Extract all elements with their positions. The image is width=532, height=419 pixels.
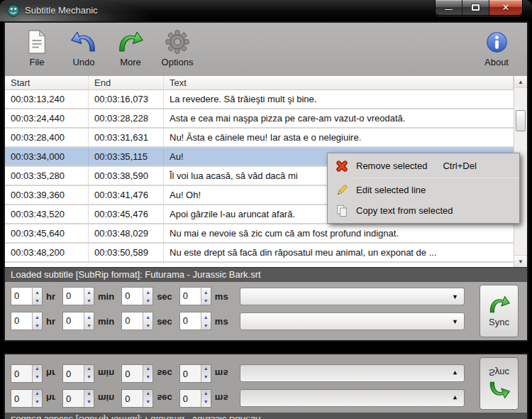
spin-up-icon-reflection: ▲ <box>201 374 211 382</box>
min-value-row2: 0 <box>63 312 84 330</box>
spinner-arrows-reflection: ▲▼ <box>143 390 153 407</box>
app-icon <box>7 4 20 17</box>
chevron-down-icon: ▼ <box>452 318 458 325</box>
status-bar-reflection: Loaded subtitle [SubRip format]: Futuram… <box>5 413 527 419</box>
spin-down-icon[interactable]: ▼ <box>143 321 153 330</box>
spin-up-icon-reflection: ▲ <box>84 398 94 407</box>
spin-up-icon[interactable]: ▲ <box>143 312 153 321</box>
hr-label-reflection: hr <box>46 393 55 404</box>
spin-up-icon-reflection: ▲ <box>33 374 42 382</box>
sec-spinner-row1[interactable]: 0 ▲▼ <box>121 287 153 305</box>
table-row[interactable]: 00:03:48,200 00:03:50,589 Nu este drept … <box>5 244 514 263</box>
cell-end: 00:03:35,115 <box>89 148 164 165</box>
undo-button[interactable]: Undo <box>62 28 106 72</box>
spin-up-icon[interactable]: ▲ <box>201 312 211 321</box>
cell-end: 00:03:16,073 <box>89 90 164 108</box>
min-spinner-row2-reflection: 0 ▲▼ <box>62 364 94 383</box>
cell-end: 00:03:31,631 <box>89 129 164 146</box>
ms-value-row1-reflection: 0 <box>180 390 201 407</box>
min-spinner-row1[interactable]: 0 ▲▼ <box>62 287 94 305</box>
more-button[interactable]: More <box>109 28 153 72</box>
hr-spinner-row2-reflection: 0 ▲▼ <box>11 364 43 383</box>
table-row[interactable]: 00:03:45,640 00:03:48,029 Nu mai e nevoi… <box>5 224 514 244</box>
spin-up-icon[interactable]: ▲ <box>143 288 153 296</box>
spin-down-icon-reflection: ▼ <box>201 390 211 398</box>
chevron-down-icon: ▼ <box>452 293 458 300</box>
cell-start: 00:03:13,240 <box>5 90 89 108</box>
sync-row-1-reflection: 0 ▲▼ hr 0 ▲▼ min 0 <box>11 389 527 408</box>
sync-panel: 0 ▲▼ hr 0 ▲▼ min 0 <box>5 282 527 340</box>
hr-spinner-row1[interactable]: 0 ▲▼ <box>11 287 43 305</box>
file-button[interactable]: File <box>15 28 59 72</box>
title-bar[interactable]: Subtitle Mechanic ✕ <box>0 0 532 21</box>
spin-down-icon[interactable]: ▼ <box>201 296 211 305</box>
spin-down-icon[interactable]: ▼ <box>33 296 42 305</box>
sync-button[interactable]: Sync <box>480 285 519 337</box>
sec-value-row2-reflection: 0 <box>122 365 143 382</box>
column-header-text[interactable]: Text <box>164 76 514 90</box>
preset-dropdown-row1[interactable]: ▼ <box>240 288 465 305</box>
spinner-arrows-reflection: ▲▼ <box>84 365 94 382</box>
spin-up-icon[interactable]: ▲ <box>201 288 211 296</box>
spin-up-icon[interactable]: ▲ <box>84 288 94 296</box>
menu-item-copy-text[interactable]: Copy text from selected <box>328 200 519 221</box>
ms-spinner-row2-reflection: 0 ▲▼ <box>179 364 211 383</box>
cell-end: 00:03:45,476 <box>89 205 164 223</box>
sec-value-row2: 0 <box>122 312 143 330</box>
spin-down-icon[interactable]: ▼ <box>201 321 211 330</box>
table-row[interactable]: 00:03:13,240 00:03:16,073 La revedere. S… <box>5 90 514 109</box>
spin-down-icon-reflection: ▼ <box>143 390 153 398</box>
window-reflection: Loaded subtitle [SubRip format]: Futuram… <box>0 348 532 419</box>
spin-down-icon[interactable]: ▼ <box>33 321 42 330</box>
ms-label-reflection: ms <box>215 369 228 379</box>
column-header-start[interactable]: Start <box>5 76 89 90</box>
spin-up-icon[interactable]: ▲ <box>33 288 42 296</box>
chevron-down-icon-reflection: ▼ <box>452 370 458 377</box>
scroll-down-icon[interactable]: ▼ <box>514 255 527 267</box>
spin-down-icon-reflection: ▼ <box>84 365 94 374</box>
table-row[interactable]: 00:03:24,440 00:03:28,228 Asta e cea mai… <box>5 109 514 129</box>
column-header-end[interactable]: End <box>89 76 164 90</box>
min-value-row1: 0 <box>63 288 84 305</box>
cell-end: 00:03:48,029 <box>89 224 164 242</box>
spin-down-icon-reflection: ▼ <box>84 390 94 398</box>
about-info-icon <box>485 28 509 56</box>
table-row[interactable]: 00:03:28,400 00:03:31,631 Nu! Ăsta e câi… <box>5 129 514 148</box>
scrollbar-thumb[interactable] <box>516 110 526 131</box>
maximize-button[interactable] <box>462 0 489 15</box>
spin-up-icon[interactable]: ▲ <box>84 312 94 321</box>
sec-label: sec <box>157 291 172 302</box>
spinner-arrows-reflection: ▲▼ <box>32 365 42 382</box>
ms-spinner-row1-reflection: 0 ▲▼ <box>179 389 211 408</box>
spin-up-icon-reflection: ▲ <box>201 398 211 407</box>
preset-dropdown-row2[interactable]: ▼ <box>240 312 465 330</box>
about-button[interactable]: About <box>475 28 519 72</box>
spin-down-icon[interactable]: ▼ <box>84 296 94 305</box>
sec-spinner-row2[interactable]: 0 ▲▼ <box>121 312 153 330</box>
spin-down-icon-reflection: ▼ <box>33 390 42 398</box>
lower-panel: Loaded subtitle [SubRip format]: Futuram… <box>0 267 532 347</box>
spin-down-icon-reflection: ▼ <box>143 365 153 374</box>
options-button[interactable]: Options <box>155 28 199 72</box>
minimize-button[interactable] <box>436 0 462 15</box>
spin-down-icon[interactable]: ▼ <box>143 296 153 305</box>
cell-start: 00:03:43,520 <box>5 205 89 223</box>
menu-item-edit-selected-line[interactable]: Edit selected line <box>328 180 519 200</box>
cell-end: 00:03:50,589 <box>89 244 164 261</box>
cell-text: La revedere. Să trăieşti mult şi bine. <box>164 90 514 108</box>
close-button[interactable]: ✕ <box>489 0 522 15</box>
min-value-row1-reflection: 0 <box>63 390 84 407</box>
cell-text: Nu! Ăsta e câinele meu! Iar asta e o nel… <box>164 129 514 146</box>
hr-spinner-row2[interactable]: 0 ▲▼ <box>11 312 43 330</box>
scroll-up-icon[interactable]: ▲ <box>514 76 527 88</box>
menu-item-remove-selected[interactable]: Remove selected Ctrl+Del <box>328 156 519 176</box>
ms-spinner-row2[interactable]: 0 ▲▼ <box>179 312 211 330</box>
spin-up-icon-reflection: ▲ <box>33 398 42 407</box>
dropdown-value <box>240 316 245 327</box>
ms-spinner-row1[interactable]: 0 ▲▼ <box>179 287 211 305</box>
spin-up-icon[interactable]: ▲ <box>33 312 42 321</box>
menu-separator <box>355 178 519 178</box>
min-spinner-row2[interactable]: 0 ▲▼ <box>62 312 94 330</box>
spin-down-icon[interactable]: ▼ <box>84 321 94 330</box>
min-label: min <box>98 316 114 327</box>
